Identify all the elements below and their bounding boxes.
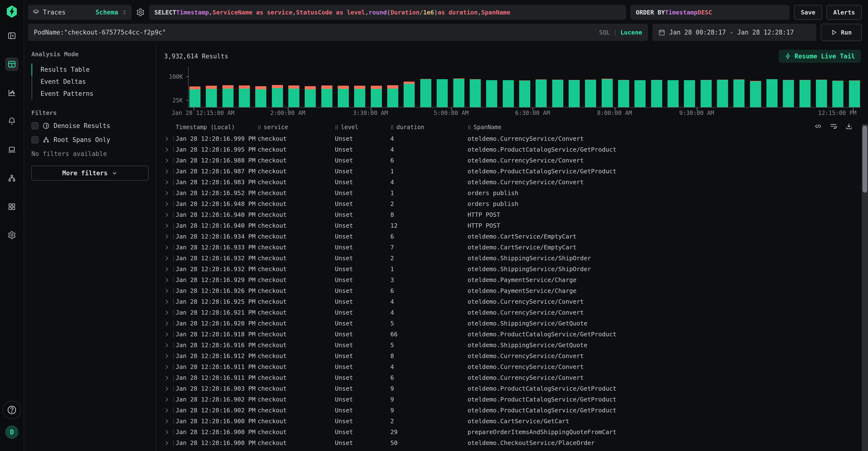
row-expand-chevron-icon[interactable] (163, 407, 170, 414)
table-row[interactable]: Jan 28 12:28:16.988 PMcheckoutUnset6otel… (162, 155, 858, 166)
table-row[interactable]: Jan 28 12:28:16.999 PMcheckoutUnset4otel… (162, 133, 858, 144)
download-icon[interactable] (845, 123, 852, 130)
histogram-bar[interactable] (783, 80, 794, 108)
histogram-bar[interactable] (470, 79, 481, 107)
more-filters-button[interactable]: More filters (31, 166, 149, 180)
histogram-bar[interactable] (816, 80, 827, 107)
drag-handle-icon[interactable] (258, 125, 261, 130)
analysis-mode-event-deltas[interactable]: Event Deltas (31, 76, 149, 88)
table-row[interactable]: Jan 28 12:28:16.916 PMcheckoutUnset5otel… (162, 340, 858, 350)
row-expand-chevron-icon[interactable] (163, 136, 170, 142)
histogram-bar[interactable] (222, 85, 234, 107)
row-expand-chevron-icon[interactable] (163, 342, 170, 348)
table-row[interactable]: Jan 28 12:28:16.925 PMcheckoutUnset4otel… (162, 296, 858, 307)
time-range-picker[interactable]: Jan 28 00:28:17 - Jan 28 12:28:17 (652, 24, 816, 41)
histogram-bar[interactable] (733, 79, 744, 107)
language-toggle-sql[interactable]: SQL (599, 29, 610, 36)
histogram-bar[interactable] (602, 79, 613, 107)
row-expand-chevron-icon[interactable] (163, 212, 170, 218)
histogram-bar[interactable] (800, 80, 811, 107)
histogram-bar[interactable] (189, 86, 200, 107)
nav-chart-explorer-icon[interactable] (5, 86, 19, 100)
alerts-button[interactable]: Alerts (827, 5, 862, 20)
row-expand-chevron-icon[interactable] (163, 277, 170, 283)
row-expand-chevron-icon[interactable] (163, 386, 170, 392)
table-row[interactable]: Jan 28 12:28:16.911 PMcheckoutUnset4otel… (162, 361, 858, 372)
nav-dashboards-icon[interactable] (5, 200, 19, 214)
table-row[interactable]: Jan 28 12:28:16.932 PMcheckoutUnset1otel… (162, 264, 858, 275)
row-expand-chevron-icon[interactable] (163, 179, 170, 186)
row-expand-chevron-icon[interactable] (163, 201, 170, 207)
table-row[interactable]: Jan 28 12:28:16.940 PMcheckoutUnset8HTTP… (162, 209, 858, 220)
table-row[interactable]: Jan 28 12:28:16.987 PMcheckoutUnset1otel… (162, 166, 858, 177)
row-expand-chevron-icon[interactable] (163, 353, 170, 359)
histogram-bar[interactable] (420, 79, 431, 108)
histogram-bar[interactable] (767, 79, 778, 107)
histogram-bar[interactable] (354, 86, 365, 107)
table-row[interactable]: Jan 28 12:28:16.902 PMcheckoutUnset9otel… (162, 405, 858, 416)
row-expand-chevron-icon[interactable] (163, 331, 170, 338)
table-row[interactable]: Jan 28 12:28:16.920 PMcheckoutUnset5otel… (162, 318, 858, 329)
histogram-bar[interactable] (387, 85, 398, 107)
select-clause-input[interactable]: SELECT Timestamp, ServiceName as service… (149, 5, 626, 20)
nav-search-results-icon[interactable] (5, 57, 19, 71)
table-row[interactable]: Jan 28 12:28:16.952 PMcheckoutUnset1orde… (162, 188, 858, 198)
histogram-bar[interactable] (239, 85, 250, 107)
histogram-bar[interactable] (701, 80, 712, 108)
row-expand-chevron-icon[interactable] (163, 223, 170, 229)
filter-toggle-denoise-results[interactable]: Denoise Results (31, 122, 149, 130)
table-row[interactable]: Jan 28 12:28:16.933 PMcheckoutUnset7otel… (162, 242, 858, 253)
histogram-bar[interactable] (684, 80, 695, 108)
histogram-bar[interactable] (206, 86, 217, 107)
save-button[interactable]: Save (794, 5, 822, 20)
table-row[interactable]: Jan 28 12:28:16.929 PMcheckoutUnset3otel… (162, 275, 858, 285)
histogram-bar[interactable] (832, 81, 843, 107)
histogram-bar[interactable] (371, 86, 382, 107)
schema-toggle[interactable]: Schema (96, 9, 118, 16)
table-row[interactable]: Jan 28 12:28:16.926 PMcheckoutUnset6otel… (162, 285, 858, 296)
drag-handle-icon[interactable] (468, 125, 471, 130)
row-expand-chevron-icon[interactable] (163, 190, 170, 196)
histogram-bar[interactable] (750, 81, 761, 107)
histogram-bar[interactable] (338, 86, 349, 107)
column-header-spanname[interactable]: SpanName (473, 124, 501, 131)
drag-handle-icon[interactable] (390, 125, 394, 130)
table-row[interactable]: Jan 28 12:28:16.918 PMcheckoutUnset66ote… (162, 329, 858, 340)
histogram-bar[interactable] (486, 80, 497, 108)
histogram-bar[interactable] (585, 80, 596, 107)
resume-live-tail-button[interactable]: Resume Live Tail (779, 50, 861, 63)
filter-toggle-root-spans-only[interactable]: Root Spans Only (31, 136, 149, 143)
column-header-timestamp[interactable]: Timestamp (Local) (176, 124, 235, 131)
row-expand-chevron-icon[interactable] (163, 310, 170, 316)
analysis-mode-results-table[interactable]: Results Table (31, 63, 149, 76)
column-header-service[interactable]: service (264, 124, 288, 131)
row-expand-chevron-icon[interactable] (163, 418, 170, 424)
help-icon[interactable] (3, 401, 21, 419)
row-expand-chevron-icon[interactable] (163, 288, 170, 294)
histogram-bar[interactable] (288, 85, 299, 107)
table-row[interactable]: Jan 28 12:28:16.948 PMcheckoutUnset2orde… (162, 198, 858, 209)
histogram-bar[interactable] (569, 80, 580, 108)
row-expand-chevron-icon[interactable] (163, 320, 170, 327)
code-view-icon[interactable] (814, 123, 822, 130)
histogram-bar[interactable] (849, 80, 860, 107)
row-expand-chevron-icon[interactable] (163, 233, 170, 240)
row-expand-chevron-icon[interactable] (163, 396, 170, 403)
histogram-bar[interactable] (305, 86, 316, 108)
drag-handle-icon[interactable] (335, 125, 338, 130)
run-button[interactable]: Run (821, 24, 862, 41)
histogram-bar[interactable] (321, 85, 333, 107)
source-settings-gear-icon[interactable] (136, 8, 145, 17)
row-expand-chevron-icon[interactable] (163, 244, 170, 251)
checkbox[interactable] (31, 136, 39, 143)
table-row[interactable]: Jan 28 12:28:16.934 PMcheckoutUnset6otel… (162, 231, 858, 242)
column-header-level[interactable]: level (341, 124, 358, 131)
nav-services-icon[interactable] (5, 171, 19, 185)
checkbox[interactable] (31, 122, 39, 130)
nav-settings-gear-icon[interactable] (5, 228, 19, 242)
table-row[interactable]: Jan 28 12:28:16.995 PMcheckoutUnset4otel… (162, 144, 858, 155)
row-expand-chevron-icon[interactable] (163, 375, 170, 381)
histogram-bar[interactable] (272, 85, 283, 108)
table-row[interactable]: Jan 28 12:28:16.911 PMcheckoutUnset6otel… (162, 372, 858, 383)
histogram-bar[interactable] (453, 79, 464, 107)
